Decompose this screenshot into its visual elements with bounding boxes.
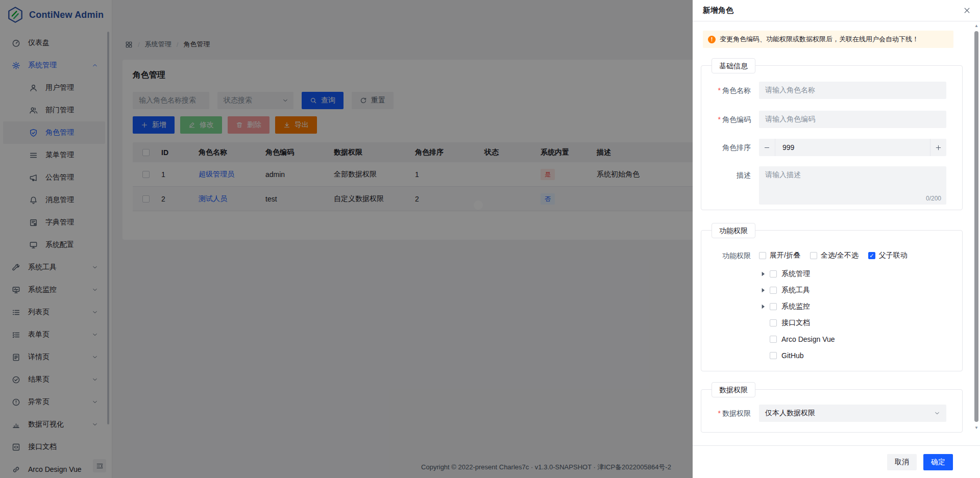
warning-alert-text: 变更角色编码、功能权限或数据权限后，关联在线用户会自动下线！ [720, 35, 919, 44]
data-permission-legend: 数据权限 [712, 382, 755, 397]
permission-option[interactable]: 父子联动 [868, 251, 908, 260]
unchecked-checkbox[interactable] [770, 336, 777, 343]
input-placeholder: 请输入角色名称 [765, 86, 815, 95]
caret-right-icon[interactable] [759, 270, 767, 278]
data-scope-row: 数据权限 仅本人数据权限 [701, 405, 946, 422]
data-permission-section: 数据权限 数据权限 仅本人数据权限 [701, 389, 963, 433]
role-sort-label: 角色排序 [701, 139, 751, 156]
warning-alert: ! 变更角色编码、功能权限或数据权限后，关联在线用户会自动下线！ [703, 31, 953, 48]
plus-icon [935, 144, 942, 151]
tree-node-label: Arco Design Vue [781, 335, 835, 343]
unchecked-checkbox[interactable] [810, 252, 817, 259]
tree-node[interactable]: 系统工具 [759, 282, 835, 298]
role-sort-stepper: 999 [759, 139, 946, 156]
caret-right-icon[interactable] [759, 286, 767, 294]
caret-spacer [759, 319, 767, 327]
data-scope-select[interactable]: 仅本人数据权限 [759, 405, 946, 422]
unchecked-checkbox[interactable] [770, 319, 777, 326]
drawer-footer: 取消 确定 [693, 445, 980, 478]
tree-node[interactable]: 接口文档 [759, 315, 835, 331]
basic-info-section: 基础信息 角色名称 请输入角色名称 角色编码 请输入角色编码 角色排序 999 [701, 65, 963, 210]
tree-node[interactable]: Arco Design Vue [759, 331, 835, 347]
add-role-drawer: 新增角色 ! 变更角色编码、功能权限或数据权限后，关联在线用户会自动下线！ 基础… [693, 0, 980, 478]
app-window: ContiNew Admin 仪表盘系统管理用户管理部门管理角色管理菜单管理公告… [0, 0, 980, 478]
option-label: 父子联动 [879, 251, 908, 260]
tree-node-label: 系统监控 [781, 302, 810, 311]
unchecked-checkbox[interactable] [770, 270, 777, 278]
tree-node[interactable]: GitHub [759, 347, 835, 364]
permission-option-group: 展开/折叠全选/全不选父子联动 [759, 248, 908, 263]
close-icon[interactable] [963, 7, 971, 14]
unchecked-checkbox[interactable] [770, 303, 777, 310]
unchecked-checkbox[interactable] [770, 287, 777, 294]
role-description-row: 描述 请输入描述 0/200 [701, 166, 946, 205]
permission-tree: 系统管理系统工具系统监控接口文档Arco Design VueGitHub [759, 266, 835, 364]
tree-node-label: 接口文档 [781, 318, 810, 328]
role-name-row: 角色名称 请输入角色名称 [701, 82, 946, 99]
cancel-button[interactable]: 取消 [887, 454, 917, 470]
role-code-row: 角色编码 请输入角色编码 [701, 111, 946, 128]
drawer-title: 新增角色 [703, 6, 733, 15]
role-sort-value[interactable]: 999 [775, 139, 930, 156]
char-counter: 0/200 [926, 195, 941, 202]
role-name-input[interactable]: 请输入角色名称 [759, 82, 946, 99]
decrease-button[interactable] [759, 139, 775, 156]
option-label: 展开/折叠 [770, 251, 800, 260]
function-permission-label: 功能权限 [701, 248, 751, 263]
option-label: 全选/全不选 [821, 251, 859, 260]
chevron-down-icon [934, 410, 940, 416]
permission-option[interactable]: 展开/折叠 [759, 251, 800, 260]
warning-icon: ! [708, 36, 716, 43]
tree-node[interactable]: 系统监控 [759, 298, 835, 315]
caret-spacer [759, 335, 767, 343]
role-description-textarea[interactable]: 请输入描述 0/200 [759, 166, 946, 205]
data-scope-value: 仅本人数据权限 [765, 409, 815, 418]
role-sort-row: 角色排序 999 [701, 139, 946, 156]
confirm-button[interactable]: 确定 [923, 454, 953, 470]
tree-node-label: 系统工具 [781, 286, 810, 295]
caret-right-icon[interactable] [759, 303, 767, 311]
input-placeholder: 请输入角色编码 [765, 115, 815, 124]
textarea-placeholder: 请输入描述 [765, 170, 801, 179]
tree-node-label: 系统管理 [781, 269, 810, 279]
scroll-up-icon[interactable]: ▲ [973, 23, 979, 29]
checked-checkbox[interactable] [868, 252, 875, 259]
minus-icon [764, 144, 770, 151]
permission-option[interactable]: 全选/全不选 [810, 251, 859, 260]
basic-info-legend: 基础信息 [712, 58, 755, 73]
role-code-label: 角色编码 [701, 111, 751, 128]
scrollbar-thumb[interactable] [974, 31, 978, 422]
tree-node-label: GitHub [781, 351, 804, 360]
role-code-input[interactable]: 请输入角色编码 [759, 111, 946, 128]
caret-spacer [759, 351, 767, 360]
role-description-label: 描述 [701, 166, 751, 205]
tree-node[interactable]: 系统管理 [759, 266, 835, 282]
scroll-down-icon[interactable]: ▼ [973, 425, 979, 431]
drawer-scrollbar[interactable]: ▲ ▼ [973, 22, 979, 443]
increase-button[interactable] [930, 139, 946, 156]
function-permission-legend: 功能权限 [712, 223, 755, 238]
unchecked-checkbox[interactable] [759, 252, 766, 259]
data-scope-label: 数据权限 [701, 405, 751, 422]
unchecked-checkbox[interactable] [770, 352, 777, 359]
function-permission-section: 功能权限 功能权限 展开/折叠全选/全不选父子联动 系统管理系统工具系统监控接口… [701, 230, 963, 371]
drawer-header: 新增角色 [693, 0, 980, 21]
role-name-label: 角色名称 [701, 82, 751, 99]
